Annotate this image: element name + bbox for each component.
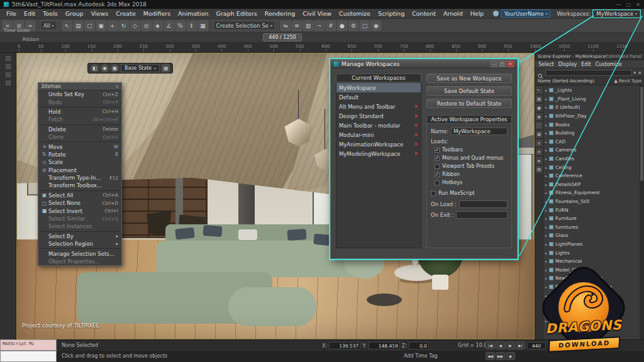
mirror-icon[interactable]: ⇋ (280, 21, 291, 31)
scene-object-row[interactable]: ▸ 6thFloor_Day (544, 112, 640, 121)
record-state-icon[interactable]: ◉ (101, 64, 109, 72)
context-menu-item[interactable]: Object Properties... ▸ (38, 258, 121, 265)
expand-arrow-icon[interactable]: ▸ (545, 131, 547, 135)
explorer-menu-item[interactable]: Select (538, 62, 554, 67)
scene-object-row[interactable]: ▸ Conference (544, 172, 640, 180)
compare-state-icon[interactable]: ▣ (111, 64, 119, 72)
base-state-dropdown[interactable]: Base State▾ (121, 64, 160, 72)
time-slider-track[interactable]: 440 / 1250 (0, 33, 644, 43)
state-sets-icon[interactable]: ◧ (91, 64, 99, 72)
menu-item[interactable]: Modifiers (140, 10, 174, 17)
explorer-menu-item[interactable]: Display (558, 62, 577, 67)
select-object-icon[interactable]: ↖ (62, 21, 72, 31)
next-key-icon[interactable]: ▶▶ (496, 352, 505, 360)
scene-object-row[interactable]: ▸ Furniture (544, 214, 640, 223)
columns-icon[interactable]: ▤ (536, 166, 543, 173)
minimize-button[interactable]: — (616, 2, 621, 8)
expand-arrow-icon[interactable]: ▸ (545, 233, 547, 238)
previous-key-icon[interactable]: ◀◀ (486, 352, 495, 360)
workspace-list-item[interactable]: Default ✕ (336, 92, 421, 102)
delete-workspace-icon[interactable]: ✕ (414, 104, 418, 109)
scene-object-row[interactable]: ▸ Mechanical (544, 257, 640, 266)
expand-arrow-icon[interactable]: ▸ (545, 123, 547, 127)
dock-grip-icon[interactable] (6, 80, 11, 85)
scene-object-row[interactable]: ▸ Fitness_Equipment (544, 189, 640, 197)
delete-workspace-icon[interactable]: ✕ (414, 151, 418, 156)
expand-arrow-icon[interactable]: ▸ (545, 190, 547, 195)
angle-snap-icon[interactable]: ∠ (164, 21, 174, 31)
spinner-snap-icon[interactable]: ↕ (187, 21, 197, 31)
load-option-checkbox[interactable]: Ribbon (435, 171, 508, 178)
name-column-header[interactable]: Name (Sorted Ascending) (538, 79, 594, 84)
pick-icon[interactable]: ↖ (536, 87, 543, 94)
scene-object-row[interactable]: ▸ CAD (544, 138, 640, 146)
context-menu-item[interactable]: Undo Set Key Ctrl+Z ▸ (38, 90, 121, 98)
timeline-ruler[interactable]: 0501001502002503003504004505005506006507… (0, 43, 644, 53)
expand-arrow-icon[interactable]: ▸ (545, 173, 547, 178)
z-coordinate-input[interactable]: 0.0 (409, 342, 429, 349)
expand-arrow-icon[interactable]: ▸ (545, 259, 547, 263)
scene-object-row[interactable]: ▸ Glass (544, 231, 640, 240)
y-coordinate-input[interactable]: 148.419 (369, 342, 400, 349)
explorer-search-input[interactable] (545, 70, 632, 76)
context-menu-item[interactable]: + Move W ▸ (38, 143, 121, 150)
dock-grip-icon[interactable] (6, 56, 11, 61)
context-menu-title-bar[interactable]: 3dsmax ✕ (38, 83, 121, 90)
render-setup-icon[interactable]: ⚙ (348, 21, 358, 31)
go-to-start-icon[interactable]: |◀ (486, 341, 495, 349)
dock-grip-icon[interactable] (6, 72, 11, 77)
menu-item[interactable]: Group (62, 10, 87, 17)
layer-icon[interactable]: ▣ (536, 131, 543, 138)
rectangular-selection-icon[interactable]: ▢ (85, 21, 95, 31)
dialog-button[interactable]: Save as New Workspace (426, 74, 512, 83)
context-menu-item[interactable]: Manage Selection Sets... ▸ (38, 250, 121, 257)
expand-arrow-icon[interactable]: ▸ (545, 88, 547, 92)
render-icon[interactable]: ◉ (371, 21, 381, 31)
scene-object-row[interactable]: ▸ Candles (544, 155, 640, 163)
curve-editor-icon[interactable]: ~ (314, 21, 325, 31)
expand-arrow-icon[interactable]: ▸ (545, 182, 547, 187)
menu-item[interactable]: Edit (20, 10, 39, 17)
revit-type-column-header[interactable]: ▲ Revit Type (611, 79, 641, 84)
scene-object-row[interactable]: ▸ Ceiling (544, 163, 640, 172)
expand-arrow-icon[interactable]: ▸ (545, 156, 547, 161)
workspace-list-item[interactable]: Design Standard ✕ (336, 111, 421, 121)
render-elements-icon[interactable]: ▦ (162, 64, 170, 72)
dialog-title-bar[interactable]: Manage Workspaces – □ ✕ (331, 60, 517, 69)
maxscript-listener-input[interactable] (0, 351, 57, 362)
explorer-menu-item[interactable]: Customize (596, 62, 622, 67)
expand-arrow-icon[interactable]: ▸ (545, 208, 547, 212)
scene-object-row[interactable]: ▸ DetailsSKP (544, 180, 640, 189)
context-menu-item[interactable]: Select Instances ▸ (38, 222, 121, 230)
expand-arrow-icon[interactable]: ▸ (545, 97, 547, 101)
menu-item[interactable]: Tools (39, 10, 61, 17)
key-mode-icon[interactable]: ◆ (506, 352, 515, 360)
scene-explorer-title[interactable]: Scene Explorer - MyWorkspace (538, 54, 606, 59)
scene-object-row[interactable]: ▸ 0 (default) (544, 103, 640, 112)
dialog-minimize-button[interactable]: – (491, 61, 497, 67)
explorer-menu-item[interactable]: Edit (581, 62, 591, 67)
expand-arrow-icon[interactable]: ▸ (545, 242, 547, 246)
on-exit-input[interactable] (456, 211, 508, 219)
add-icon[interactable]: ⊕ (536, 148, 543, 155)
username-dropdown[interactable]: YourUserName▾ (501, 9, 551, 18)
context-menu-item[interactable]: Selection Region ▸ (38, 240, 121, 248)
workspace-dropdown[interactable]: MyWorkspace▾ (593, 10, 640, 18)
expand-arrow-icon[interactable]: ▸ (545, 105, 547, 109)
list-view-icon[interactable]: ≡ (536, 140, 543, 146)
select-and-move-icon[interactable]: + (108, 21, 118, 31)
filter-icon[interactable]: ◈ (536, 157, 543, 164)
context-menu-item[interactable]: ■ Select Invert Ctrl+I ▸ (38, 207, 121, 214)
workspace-list-item[interactable]: MyModelingWorkspace ✕ (336, 149, 421, 158)
scene-object-row[interactable]: ▸ furnitures (544, 223, 640, 232)
freeze-icon[interactable]: ◉ (536, 113, 543, 120)
dialog-button[interactable]: Restore to Default State (426, 99, 512, 108)
context-menu-item[interactable]: ▣ Select All Ctrl+A ▸ (38, 192, 121, 199)
explorer-scrollbar[interactable] (640, 85, 644, 339)
context-menu-item[interactable]: ◇ Scale ▸ (38, 158, 121, 166)
delete-workspace-icon[interactable]: ✕ (414, 132, 418, 138)
select-by-name-icon[interactable]: ▤ (74, 21, 84, 31)
close-button[interactable]: ✕ (636, 2, 640, 8)
menu-item[interactable]: Views (87, 10, 113, 17)
delete-workspace-icon[interactable]: ✕ (414, 113, 418, 119)
